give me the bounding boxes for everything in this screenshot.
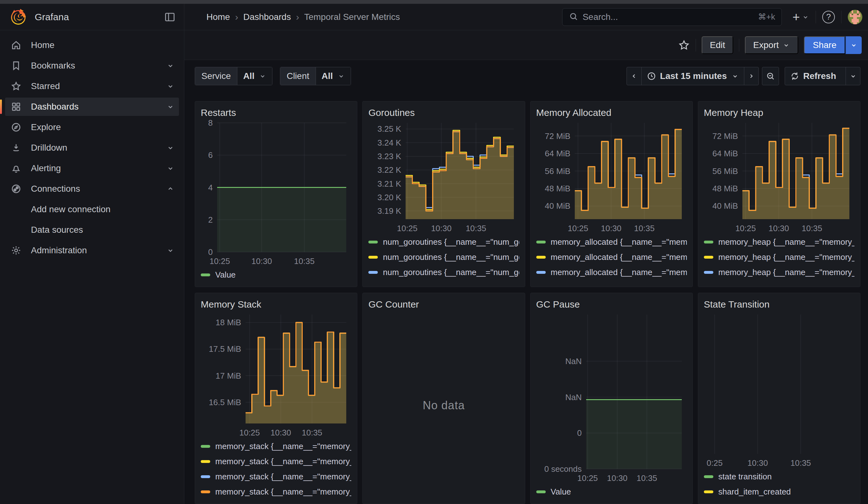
avatar[interactable] [848,10,862,24]
edit-button[interactable]: Edit [702,36,733,54]
grafana-logo[interactable] [9,8,27,27]
panel-gc-counter[interactable]: GC Counter No data [362,293,525,504]
star-dashboard-button[interactable] [678,39,690,51]
legend-item[interactable]: shard_item_created [704,484,855,499]
panels-grid: Restarts 0246810:2510:3010:35 Value Goro… [195,101,860,504]
chevron-down-icon[interactable] [166,144,175,152]
legend-item[interactable]: memory_allocated {__name__="memc [536,249,687,265]
time-forward-button[interactable] [744,67,758,85]
sidebar-item-data-sources[interactable]: Data sources [5,221,179,239]
svg-text:10:25: 10:25 [568,224,588,233]
service-filter-value[interactable]: All [237,67,272,85]
svg-text:10:35: 10:35 [302,428,322,438]
sidebar-item-home[interactable]: Home [5,36,179,54]
legend-item[interactable]: state transition [704,469,855,484]
service-filter[interactable]: Service All [195,67,272,85]
legend-item[interactable]: Value [536,484,687,499]
panel-title[interactable]: Goroutines [368,106,519,120]
time-range-picker[interactable]: Last 15 minutes [641,67,744,85]
legend-item[interactable]: memory_allocated {__name__="memc [536,265,687,280]
chevron-down-icon [802,13,809,21]
dashboard-toolbar: Service All Client All [195,67,860,85]
panel-title[interactable]: GC Pause [536,298,687,311]
legend-item[interactable]: memory_stack {__name__="memory_s [201,454,351,469]
legend-item[interactable]: memory_heap {__name__="memory_h [704,265,855,280]
sidebar-header: Grafana [0,4,184,30]
client-filter-value[interactable]: All [316,67,351,85]
panel-goroutines[interactable]: Goroutines 3.19 K3.20 K3.21 K3.22 K3.23 … [362,101,525,287]
search-input[interactable]: Search... ⌘+k [562,8,782,26]
sidebar-item-explore[interactable]: Explore [5,118,179,136]
panel-title[interactable]: Memory Allocated [536,106,687,120]
panel-memory-heap[interactable]: Memory Heap 40 MiB48 MiB56 MiB64 MiB72 M… [698,101,860,287]
refresh-button[interactable]: Refresh [785,67,846,85]
chevron-up-icon[interactable] [166,185,175,193]
sidebar-item-drilldown[interactable]: Drilldown [5,138,179,157]
home-icon [11,40,22,51]
legend-item[interactable]: num_goroutines {__name__="num_go [368,265,519,280]
svg-text:3.20 K: 3.20 K [378,193,402,202]
time-back-button[interactable] [627,67,641,85]
panel-title[interactable]: Restarts [201,106,351,120]
panel-title[interactable]: Memory Stack [201,298,351,311]
zoom-out-button[interactable] [762,67,779,85]
sidebar-item-bookmarks[interactable]: Bookmarks [5,56,179,75]
sidebar-item-starred[interactable]: Starred [5,77,179,95]
svg-text:3.25 K: 3.25 K [378,124,402,134]
legend-item[interactable]: num_goroutines {__name__="num_go [368,280,519,282]
panel-title[interactable]: GC Counter [368,298,519,311]
sidebar-item-alerting[interactable]: Alerting [5,159,179,177]
svg-text:72 MiB: 72 MiB [712,131,738,141]
legend-item[interactable]: memory_heap {__name__="memory_h [704,249,855,265]
refresh-interval-dropdown[interactable] [846,67,860,85]
share-dropdown-button[interactable] [845,36,862,54]
client-filter-label: Client [280,67,316,85]
legend-series-label: memory_heap {__name__="memory_h [719,237,855,247]
new-button[interactable]: + [793,11,809,23]
legend-item[interactable]: memory_stack {__name__="memory_s [201,439,351,454]
panel-title[interactable]: State Transition [704,298,855,311]
chevron-down-icon [850,41,858,49]
sidebar-item-administration[interactable]: Administration [5,241,179,260]
chevron-down-icon[interactable] [166,82,175,90]
svg-text:NaN: NaN [565,392,581,402]
panel-gc-pause[interactable]: GC Pause 0 seconds0NaNNaN10:2510:3010:35… [530,293,693,504]
legend-item[interactable]: memory_heap {__name__="memory_h [704,234,855,249]
legend-item[interactable]: memory_stack {__name__="memory_s [201,469,351,484]
panel-title[interactable]: Memory Heap [704,106,855,120]
help-button[interactable]: ? [822,11,835,23]
export-button[interactable]: Export [745,36,798,54]
sidebar-item-add-new-connection[interactable]: Add new connection [5,200,179,218]
svg-text:10:30: 10:30 [251,256,272,266]
breadcrumb-home[interactable]: Home [206,12,230,22]
chevron-down-icon[interactable] [166,164,175,172]
divider [816,11,816,23]
legend-item[interactable]: memory_stack {__name__="memory_s [201,484,351,499]
legend-item[interactable]: num_goroutines {__name__="num_go [368,234,519,249]
chevron-down-icon[interactable] [166,246,175,255]
legend-item[interactable]: num_goroutines {__name__="num_go [368,249,519,265]
chevron-down-icon[interactable] [166,103,175,111]
legend-item[interactable]: memory_heap {__name__="memory_h [704,280,855,282]
panel-memory-allocated[interactable]: Memory Allocated 40 MiB48 MiB56 MiB64 Mi… [530,101,693,287]
legend-item[interactable]: Value [201,267,351,282]
client-filter[interactable]: Client All [280,67,351,85]
chevron-down-icon[interactable] [166,62,175,70]
panel-memory-stack[interactable]: Memory Stack 16.5 MiB17 MiB17.5 MiB18 Mi… [195,293,357,504]
share-button[interactable]: Share [804,36,845,54]
sidebar-item-connections[interactable]: Connections [5,180,179,198]
sidebar-item-dashboards[interactable]: Dashboards [5,97,179,116]
legend-series-label: memory_allocated {__name__="memc [551,252,687,262]
time-series-chart: 40 MiB48 MiB56 MiB64 MiB72 MiB10:2510:30… [536,120,687,234]
legend-series-label: state transition [719,472,772,482]
legend-item[interactable]: memory_allocated {__name__="memc [536,280,687,282]
legend-item[interactable]: memory_allocated {__name__="memc [536,234,687,249]
brand-label: Grafana [35,12,69,22]
dock-sidebar-icon[interactable] [164,11,176,23]
panel-restarts[interactable]: Restarts 0246810:2510:3010:35 Value [195,101,357,287]
breadcrumb-bar: Home › Dashboards › Temporal Server Metr… [184,4,868,30]
panel-state-transition[interactable]: State Transition 0:2510:3010:35 state tr… [698,293,860,504]
time-series-chart: 0246810:2510:3010:35 [201,120,351,267]
svg-text:3.21 K: 3.21 K [378,179,402,188]
breadcrumb-dashboards[interactable]: Dashboards [244,12,291,22]
